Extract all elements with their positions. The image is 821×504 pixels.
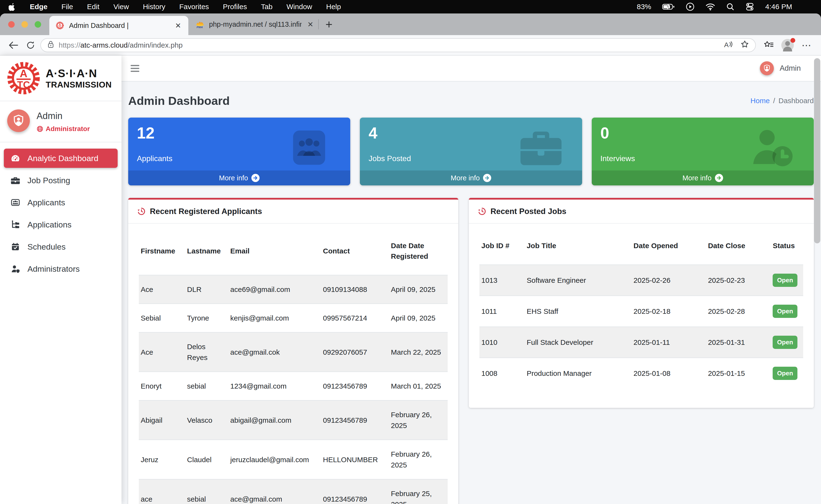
breadcrumb-current: Dashboard <box>778 97 814 105</box>
status-badge: Open <box>773 305 797 318</box>
col-email: Email <box>228 227 321 275</box>
lock-icon[interactable] <box>47 40 54 50</box>
browser-menu-icon[interactable]: ⋯ <box>802 40 812 51</box>
screen-mirroring-icon[interactable] <box>686 2 695 11</box>
col-lastname: Lastname <box>185 227 228 275</box>
tab-strip: A TC Admin Dashboard | ✕ PMA php-myadmin… <box>0 13 821 35</box>
menubar-item-favorites[interactable]: Favorites <box>179 3 209 11</box>
history-icon <box>137 207 146 216</box>
breadcrumb-home-link[interactable]: Home <box>751 97 770 105</box>
window-zoom-button[interactable] <box>35 21 41 28</box>
new-tab-button[interactable]: + <box>319 17 339 31</box>
menubar-item-window[interactable]: Window <box>286 3 312 11</box>
menubar-item-profiles[interactable]: Profiles <box>223 3 247 11</box>
atc-logo-icon: A TC <box>6 60 41 96</box>
tab-phpmyadmin[interactable]: PMA php-myadmin.net / sql113.infini ✕ <box>188 13 318 35</box>
status-badge: Open <box>773 336 797 349</box>
atc-favicon-icon: A TC <box>56 21 64 30</box>
topnav-avatar <box>760 61 774 75</box>
stat-label: Interviews <box>601 154 635 163</box>
read-aloud-icon[interactable]: A <box>724 40 733 50</box>
menubar-item-view[interactable]: View <box>113 3 129 11</box>
spotlight-search-icon[interactable] <box>726 3 734 11</box>
brand-line2: TRANSMISSION <box>46 80 112 89</box>
table-row: Enorytsebial1234@gmail.com09123456789Mar… <box>139 372 448 400</box>
sidebar-item-schedules[interactable]: Schedules <box>4 237 118 256</box>
svg-text:TC: TC <box>17 79 30 90</box>
reload-button[interactable] <box>23 41 38 50</box>
svg-text:A: A <box>59 23 61 26</box>
col-job-id: Job ID # <box>480 227 525 265</box>
sidebar-item-applicants[interactable]: Applicants <box>4 193 118 212</box>
tab-admin-dashboard[interactable]: A TC Admin Dashboard | ✕ <box>49 16 188 35</box>
apple-menu-icon[interactable] <box>9 3 16 11</box>
more-info-link[interactable]: More info <box>360 170 582 185</box>
window-minimize-button[interactable] <box>21 21 28 28</box>
tab-close-icon[interactable]: ✕ <box>174 21 182 30</box>
browser-profile-avatar[interactable] <box>781 39 794 51</box>
people-group-icon <box>281 125 337 170</box>
brand-link[interactable]: A TC A·S·I·A·N TRANSMISSION <box>0 56 121 101</box>
brand-line1: A·S·I·A·N <box>46 67 112 80</box>
col-contact: Contact <box>321 227 389 275</box>
col-firstname: Firstname <box>139 227 185 275</box>
menubar-item-tab[interactable]: Tab <box>261 3 272 11</box>
menubar-item-help[interactable]: Help <box>326 3 341 11</box>
table-row: 1010Full Stack Developer2025-01-112025-0… <box>480 327 803 358</box>
user-avatar <box>7 109 30 132</box>
battery-icon[interactable] <box>662 3 675 10</box>
breadcrumb: Home/Dashboard <box>751 97 814 105</box>
sidebar-item-administrators[interactable]: Administrators <box>4 259 118 278</box>
browser-toolbar: https://atc-arms.cloud/admin/index.php A… <box>0 35 821 56</box>
page-scrollbar[interactable] <box>814 58 820 243</box>
topnav-user-menu[interactable]: Admin <box>760 61 801 75</box>
profile-notification-dot <box>790 38 795 43</box>
wifi-icon[interactable] <box>706 3 715 11</box>
url-scheme: https:// <box>59 41 80 49</box>
collections-icon[interactable] <box>764 40 774 50</box>
sidebar-item-applications[interactable]: Applications <box>4 215 118 234</box>
favorite-star-icon[interactable] <box>740 40 749 50</box>
topnav-user-label: Admin <box>780 64 801 73</box>
table-row: AceDelos Reyesace@gmail.cok09292076057Ma… <box>139 332 448 372</box>
sidebar: A TC A·S·I·A·N TRANSMISSION Admin <box>0 56 121 504</box>
table-row: AceDLRace69@gmail.com09109134088April 09… <box>139 275 448 304</box>
tab-close-icon[interactable]: ✕ <box>306 20 314 29</box>
menubar-item-file[interactable]: File <box>61 3 73 11</box>
battery-percent: 83% <box>637 3 651 11</box>
briefcase-icon <box>513 125 569 170</box>
stat-card-jobs-posted: 4 Jobs Posted More info <box>360 118 582 185</box>
sidebar-item-label: Analytic Dashboard <box>27 154 98 163</box>
content: Admin Dashboard Home/Dashboard 12 Applic… <box>121 82 821 504</box>
sidebar-item-job-posting[interactable]: Job Posting <box>4 171 118 190</box>
arrow-circle-icon <box>715 174 723 182</box>
globe-icon <box>37 126 43 132</box>
sidebar-toggle-icon[interactable] <box>131 65 139 72</box>
svg-text:A: A <box>20 68 27 79</box>
sidebar-user-panel: Admin Administrator <box>0 101 121 142</box>
sidebar-item-label: Administrators <box>27 264 80 274</box>
menubar-item-history[interactable]: History <box>143 3 165 11</box>
window-close-button[interactable] <box>8 21 15 28</box>
sidebar-item-label: Applicants <box>27 198 65 207</box>
menubar-app-name[interactable]: Edge <box>30 3 47 11</box>
top-navbar: Admin <box>121 56 821 82</box>
sidebar-item-analytic-dashboard[interactable]: Analytic Dashboard <box>4 149 118 168</box>
address-bar[interactable]: https://atc-arms.cloud/admin/index.php A <box>40 38 756 52</box>
stat-label: Applicants <box>137 154 172 163</box>
panel-title: Recent Posted Jobs <box>491 207 566 216</box>
pma-favicon-icon: PMA <box>195 20 204 29</box>
control-center-icon[interactable] <box>745 2 754 11</box>
menubar-item-edit[interactable]: Edit <box>87 3 100 11</box>
applicants-table: Firstname Lastname Email Contact Date Da… <box>139 227 448 504</box>
page-title: Admin Dashboard <box>128 94 230 107</box>
browser-window: A TC Admin Dashboard | ✕ PMA php-myadmin… <box>0 13 821 504</box>
table-row: 1013Software Engineer2025-02-262025-02-2… <box>480 265 803 296</box>
jobs-table: Job ID # Job Title Date Opened Date Clos… <box>480 227 803 389</box>
stat-cards: 12 Applicants More info 4 <box>128 118 814 185</box>
back-button[interactable] <box>6 41 21 49</box>
more-info-link[interactable]: More info <box>128 170 350 185</box>
more-info-link[interactable]: More info <box>592 170 814 185</box>
clock-time[interactable]: 4:46 PM <box>765 3 792 11</box>
svg-text:TC: TC <box>58 26 62 28</box>
